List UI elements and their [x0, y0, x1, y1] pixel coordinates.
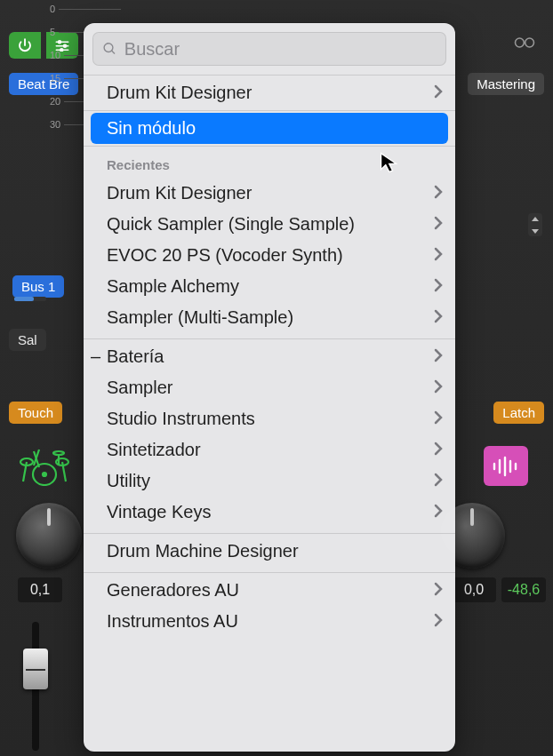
menu-item-category-utility[interactable]: Utility — [84, 466, 455, 497]
chevron-right-icon — [434, 580, 443, 601]
send-level-meter — [14, 297, 46, 301]
stepper-updown[interactable] — [528, 213, 542, 236]
recents-section-label: Recientes — [84, 148, 455, 178]
menu-item-recent[interactable]: Drum Kit Designer — [84, 178, 455, 209]
chevron-right-icon — [434, 611, 443, 632]
svg-point-16 — [53, 451, 64, 455]
pan-knob[interactable] — [16, 503, 82, 569]
menu-item-recent[interactable]: Sampler (Multi-Sample) — [84, 302, 455, 333]
audio-wave-icon — [484, 446, 528, 486]
volume-display[interactable]: 0,1 — [18, 577, 62, 602]
menu-item-category-bateria[interactable]: – Batería — [84, 341, 455, 372]
menu-item-label: Sample Alchemy — [107, 276, 434, 297]
menu-item-label: Instrumentos AU — [107, 611, 434, 632]
drumkit-icon — [18, 446, 71, 486]
menu-item-label: Drum Machine Designer — [107, 541, 443, 561]
search-field[interactable] — [92, 32, 446, 66]
chevron-right-icon — [434, 346, 443, 367]
fader-cap[interactable] — [23, 649, 48, 689]
chevron-right-icon — [434, 471, 443, 491]
menu-item-label: Drum Kit Designer — [107, 183, 434, 203]
menu-item-label: Sampler — [107, 378, 434, 398]
chevron-right-icon — [434, 245, 443, 266]
automation-mode-latch[interactable]: Latch — [493, 402, 544, 424]
menu-item-recent[interactable]: Sample Alchemy — [84, 271, 455, 302]
menu-item-drum-kit-designer[interactable]: Drum Kit Designer — [84, 77, 455, 108]
svg-point-7 — [525, 38, 534, 47]
send-slot-bus[interactable]: Bus 1 — [12, 275, 64, 298]
menu-item-recent[interactable]: Quick Sampler (Single Sample) — [84, 209, 455, 240]
mastering-slot[interactable]: Mastering — [468, 73, 544, 95]
menu-item-category-vintage-keys[interactable]: Vintage Keys — [84, 497, 455, 528]
menu-item-category-sintetizador[interactable]: Sintetizador — [84, 434, 455, 466]
svg-point-23 — [104, 44, 113, 52]
menu-item-au-instruments[interactable]: Instrumentos AU — [84, 606, 455, 637]
search-icon — [102, 41, 117, 57]
chevron-right-icon — [434, 409, 443, 429]
chevron-right-icon — [434, 440, 443, 460]
chevron-right-icon — [434, 276, 443, 297]
output-slot[interactable]: Sal — [9, 329, 46, 351]
menu-item-label: Sin módulo — [107, 118, 436, 139]
peak-display[interactable]: -48,6 — [501, 577, 546, 602]
menu-item-recent[interactable]: EVOC 20 PS (Vocoder Synth) — [84, 240, 455, 271]
menu-item-category-studio-instruments[interactable]: Studio Instruments — [84, 403, 455, 434]
menu-item-label: Drum Kit Designer — [107, 83, 434, 103]
volume-display[interactable]: 0,0 — [452, 577, 496, 602]
menu-item-category-sampler[interactable]: Sampler — [84, 372, 455, 403]
instrument-plugin-menu: Drum Kit Designer Sin módulo Recientes D… — [84, 23, 455, 752]
menu-item-label: Sintetizador — [107, 440, 434, 460]
menu-item-label: Quick Sampler (Single Sample) — [107, 214, 434, 235]
chevron-right-icon — [434, 502, 443, 522]
menu-item-label: Utility — [107, 471, 434, 491]
chevron-right-icon — [434, 83, 443, 103]
stereo-link-icon[interactable] — [512, 34, 537, 54]
menu-item-label: Studio Instruments — [107, 409, 434, 429]
search-input[interactable] — [124, 39, 437, 60]
menu-item-no-plugin[interactable]: Sin módulo — [91, 113, 448, 144]
svg-point-6 — [516, 38, 525, 47]
svg-line-24 — [112, 51, 116, 54]
chevron-right-icon — [434, 307, 443, 328]
chevron-right-icon — [434, 378, 443, 398]
expanded-indicator-icon: – — [91, 346, 100, 367]
menu-item-label: Vintage Keys — [107, 502, 434, 522]
menu-item-label: Generadores AU — [107, 580, 434, 601]
svg-point-9 — [43, 473, 46, 476]
menu-item-au-generators[interactable]: Generadores AU — [84, 575, 455, 606]
automation-mode-touch[interactable]: Touch — [9, 402, 62, 424]
chevron-right-icon — [434, 214, 443, 235]
power-button[interactable] — [9, 32, 41, 59]
chevron-right-icon — [434, 183, 443, 203]
menu-item-drum-machine-designer[interactable]: Drum Machine Designer — [84, 536, 455, 567]
menu-item-label: EVOC 20 PS (Vocoder Synth) — [107, 245, 434, 266]
menu-item-label: Sampler (Multi-Sample) — [107, 307, 434, 328]
menu-item-label: Batería — [107, 346, 434, 367]
